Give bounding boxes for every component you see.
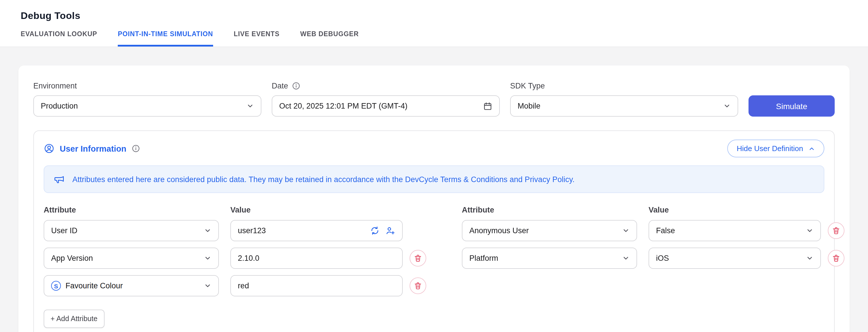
user-information-title: User Information [60, 144, 126, 153]
tab-live-events[interactable]: LIVE EVENTS [234, 30, 279, 47]
chevron-down-icon [204, 282, 211, 290]
chevron-down-icon [622, 254, 629, 262]
megaphone-icon [54, 174, 65, 185]
page-header: Debug Tools EVALUATION LOOKUP POINT-IN-T… [0, 0, 868, 47]
environment-field: Environment Production [33, 82, 261, 117]
page-root: Debug Tools EVALUATION LOOKUP POINT-IN-T… [0, 0, 868, 332]
sdk-type-field: SDK Type Mobile [510, 82, 738, 117]
user-id-attribute-value: User ID [51, 226, 78, 235]
date-field: Date Oct 20, 2025 12:01 PM EDT (GMT-4) [272, 82, 500, 117]
date-label-wrap: Date [272, 82, 500, 90]
attributes-right-group: Attribute Value Anonymous User [462, 206, 844, 275]
chevron-down-icon [204, 254, 211, 262]
public-data-notice: Attributes entered here are considered p… [44, 165, 824, 193]
hide-user-definition-button[interactable]: Hide User Definition [727, 140, 824, 157]
right-column-headers: Attribute Value [462, 206, 844, 214]
public-data-notice-text: Attributes entered here are considered p… [72, 175, 575, 183]
favourite-colour-attribute-value: Favourite Colour [65, 281, 123, 290]
add-user-button[interactable] [385, 226, 395, 236]
attribute-row-anonymous-user: Anonymous User False [462, 220, 844, 241]
delete-app-version-button[interactable] [410, 250, 426, 267]
platform-attribute-value: Platform [469, 254, 498, 263]
app-version-attribute-value: App Version [51, 254, 93, 263]
attribute-row-favourite-colour: S Favourite Colour [44, 275, 426, 296]
value-column-header: Value [230, 206, 417, 214]
favourite-colour-select-content: S Favourite Colour [51, 281, 123, 291]
user-information-section: User Information Hide User Definition [33, 130, 835, 332]
date-label: Date [272, 82, 288, 90]
app-version-value-input[interactable] [238, 254, 395, 263]
left-column-headers: Attribute Value [44, 206, 426, 214]
regenerate-user-id-button[interactable] [370, 226, 380, 236]
attributes-area: Attribute Value User ID [44, 206, 824, 328]
user-information-title-wrap: User Information [44, 143, 140, 154]
attribute-column-header: Attribute [462, 206, 649, 214]
user-id-attribute-select[interactable]: User ID [44, 220, 219, 241]
platform-value-select[interactable]: iOS [649, 247, 821, 269]
chevron-down-icon [246, 102, 254, 110]
simulation-card: Environment Production Date [19, 65, 849, 332]
delete-favourite-colour-button[interactable] [410, 277, 426, 294]
chevron-up-icon [808, 145, 815, 152]
date-picker-input[interactable]: Oct 20, 2025 12:01 PM EDT (GMT-4) [272, 95, 500, 117]
platform-value: iOS [656, 254, 669, 263]
app-version-value-field [230, 247, 403, 269]
info-icon[interactable] [291, 82, 300, 90]
sdk-type-label: SDK Type [510, 82, 738, 90]
hide-user-definition-label: Hide User Definition [737, 144, 803, 153]
simulate-button[interactable]: Simulate [748, 95, 835, 117]
delete-anonymous-user-button[interactable] [828, 222, 844, 239]
anonymous-user-value-select[interactable]: False [649, 220, 821, 241]
favourite-colour-attribute-select[interactable]: S Favourite Colour [44, 275, 219, 296]
delete-platform-button[interactable] [828, 250, 844, 267]
user-id-value-field [230, 220, 403, 241]
calendar-icon [483, 101, 492, 111]
simulation-form-row: Environment Production Date [33, 82, 835, 117]
chevron-down-icon [806, 254, 813, 262]
tab-bar: EVALUATION LOOKUP POINT-IN-TIME SIMULATI… [21, 30, 847, 47]
environment-value: Production [41, 102, 78, 110]
string-type-icon: S [51, 281, 61, 291]
chevron-down-icon [204, 227, 211, 234]
user-circle-icon [44, 143, 55, 154]
favourite-colour-value-field [230, 275, 403, 296]
chevron-down-icon [622, 227, 629, 234]
value-column-header: Value [649, 206, 835, 214]
favourite-colour-value-input[interactable] [238, 281, 395, 290]
app-version-attribute-select[interactable]: App Version [44, 247, 219, 269]
environment-select[interactable]: Production [33, 95, 261, 117]
user-information-header: User Information Hide User Definition [44, 140, 824, 157]
chevron-down-icon [806, 227, 813, 234]
platform-attribute-select[interactable]: Platform [462, 247, 637, 269]
attribute-row-user-id: User ID [44, 220, 426, 241]
tab-evaluation-lookup[interactable]: EVALUATION LOOKUP [21, 30, 97, 47]
environment-label: Environment [33, 82, 261, 90]
tab-web-debugger[interactable]: WEB DEBUGGER [300, 30, 359, 47]
anonymous-user-attribute-value: Anonymous User [469, 226, 529, 235]
attribute-column-header: Attribute [44, 206, 230, 214]
attribute-row-app-version: App Version [44, 247, 426, 269]
sdk-type-select[interactable]: Mobile [510, 95, 738, 117]
tab-point-in-time-simulation[interactable]: POINT-IN-TIME SIMULATION [118, 30, 213, 47]
main-content: Environment Production Date [0, 47, 868, 332]
info-icon[interactable] [131, 144, 140, 153]
anonymous-user-attribute-select[interactable]: Anonymous User [462, 220, 637, 241]
date-value: Oct 20, 2025 12:01 PM EDT (GMT-4) [279, 102, 408, 110]
attribute-row-platform: Platform iOS [462, 247, 844, 269]
anonymous-user-value: False [656, 226, 675, 235]
user-id-value-input[interactable] [238, 226, 364, 235]
chevron-down-icon [723, 102, 731, 110]
add-attribute-button[interactable]: + Add Attribute [44, 310, 104, 328]
attributes-left-group: Attribute Value User ID [44, 206, 426, 328]
page-title: Debug Tools [21, 10, 847, 22]
sdk-type-value: Mobile [518, 102, 540, 110]
